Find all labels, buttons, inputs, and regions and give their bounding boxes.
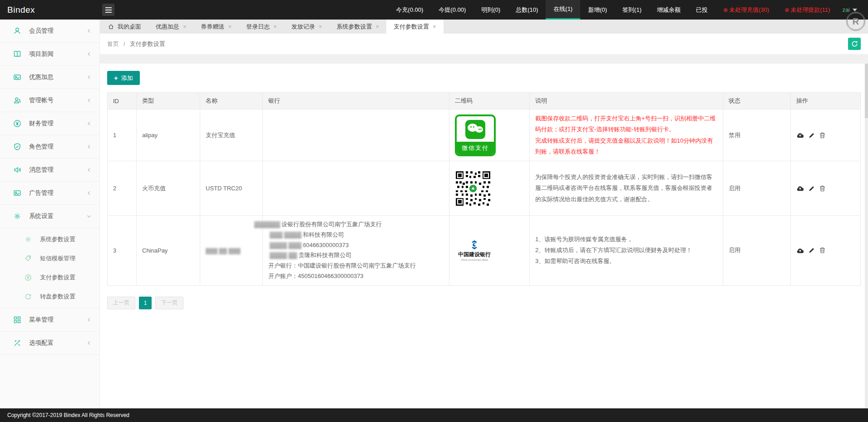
cell-name: USTD TRC20 bbox=[200, 161, 263, 216]
refresh-icon bbox=[851, 40, 858, 47]
stat-invested[interactable]: 已投 bbox=[688, 0, 715, 20]
tag-icon bbox=[24, 254, 33, 263]
cell-actions bbox=[791, 161, 861, 216]
sidebar-item-system-params[interactable]: 系统参数设置 bbox=[0, 230, 99, 249]
chevron-left-icon bbox=[87, 75, 91, 79]
yen-circle-icon bbox=[13, 119, 22, 128]
stat-pending-recharge[interactable]: ⊛ 未处理充值(30) bbox=[715, 0, 777, 20]
sidebar-item-roles[interactable]: 角色管理 bbox=[0, 135, 99, 159]
rotate-icon bbox=[24, 292, 33, 301]
chevron-left-icon bbox=[87, 98, 91, 103]
sidebar-item-messages[interactable]: 消息管理 bbox=[0, 159, 99, 182]
tab-coupon-gift[interactable]: 券券赠送 × bbox=[194, 20, 239, 34]
cell-description: 截图保存收款二维码，打开支付宝右上角+号扫一扫，识别相册中二维码付款；或打开支付… bbox=[530, 109, 723, 161]
upload-icon[interactable] bbox=[796, 185, 804, 192]
edit-icon[interactable] bbox=[809, 185, 815, 192]
cell-bank bbox=[263, 161, 449, 216]
pending-withdraw-icon: ⊛ bbox=[784, 7, 789, 13]
stat-signin[interactable]: 签到(1) bbox=[615, 0, 649, 20]
username: zai bbox=[842, 6, 850, 13]
gear-icon bbox=[24, 235, 33, 244]
next-page-button[interactable]: 下一页 bbox=[155, 297, 183, 309]
delete-icon[interactable] bbox=[819, 247, 825, 253]
col-id: ID bbox=[108, 93, 137, 109]
stat-due-tomorrow[interactable]: 明到(0) bbox=[473, 0, 508, 20]
plus-icon: + bbox=[114, 74, 118, 81]
cell-type: 火币充值 bbox=[137, 161, 200, 216]
stat-new[interactable]: 新增(0) bbox=[580, 0, 615, 20]
book-icon bbox=[13, 50, 22, 59]
pending-recharge-icon: ⊛ bbox=[723, 7, 728, 13]
sidebar-item-project-news[interactable]: 项目新闻 bbox=[0, 43, 99, 66]
sidebar-item-wheel-params[interactable]: 转盘参数设置 bbox=[0, 287, 99, 306]
sidebar-item-payment-params[interactable]: 支付参数设置 bbox=[0, 268, 99, 287]
col-description: 说明 bbox=[530, 93, 723, 109]
stat-today-recharge[interactable]: 今充(0.00) bbox=[388, 0, 431, 20]
tab-login-log[interactable]: 登录日志 × bbox=[239, 20, 284, 34]
sidebar-item-admin-accounts[interactable]: 管理帐号 bbox=[0, 89, 99, 112]
scrollbar[interactable] bbox=[865, 64, 868, 408]
sidebar-item-menu-mgmt[interactable]: 菜单管理 bbox=[0, 308, 99, 332]
speaker-icon bbox=[13, 165, 22, 174]
delete-icon[interactable] bbox=[819, 185, 825, 192]
chevron-left-icon bbox=[87, 52, 91, 56]
caret-down-icon bbox=[853, 9, 857, 11]
image-icon bbox=[13, 189, 22, 198]
sidebar-item-ads[interactable]: 广告管理 bbox=[0, 182, 99, 205]
breadcrumb-home[interactable]: 首页 bbox=[107, 40, 119, 48]
cell-id: 3 bbox=[108, 216, 137, 286]
cell-id: 2 bbox=[108, 161, 137, 216]
close-icon[interactable]: × bbox=[228, 24, 232, 30]
header-stats: 今充(0.00) 今提(0.00) 明到(0) 总数(10) 在线(1) 新增(… bbox=[388, 0, 868, 20]
ccb-logo-icon bbox=[469, 240, 479, 250]
refresh-button[interactable] bbox=[848, 38, 861, 50]
sidebar-item-members[interactable]: 会员管理 bbox=[0, 20, 99, 43]
hamburger-menu-icon[interactable] bbox=[102, 4, 114, 16]
stat-adjust-balance[interactable]: 增减余额 bbox=[649, 0, 688, 20]
prev-page-button[interactable]: 上一页 bbox=[107, 297, 135, 309]
sidebar-item-finance[interactable]: 财务管理 bbox=[0, 112, 99, 135]
sidebar-item-options-config[interactable]: 选项配置 bbox=[0, 332, 99, 355]
tab-payment-params[interactable]: 支付参数设置 × bbox=[386, 20, 444, 34]
close-icon[interactable]: × bbox=[319, 24, 322, 30]
delete-icon[interactable] bbox=[819, 132, 825, 139]
stat-pending-withdraw[interactable]: ⊛ 未处理提款(11) bbox=[777, 0, 838, 20]
cell-qrcode: 微信支付 bbox=[449, 109, 530, 161]
copyright-text: Copyright ©2017-2019 Bindex All Rights R… bbox=[7, 412, 129, 418]
close-icon[interactable]: × bbox=[375, 24, 379, 30]
user-icon bbox=[13, 26, 22, 35]
sidebar-item-system-settings[interactable]: 系统设置 bbox=[0, 205, 99, 228]
close-icon[interactable]: × bbox=[273, 24, 277, 30]
page-1-button[interactable]: 1 bbox=[139, 297, 152, 309]
wechat-pay-logo: 微信支付 bbox=[455, 114, 496, 156]
tab-bar: 我的桌面 优惠加息 × 券券赠送 × 登录日志 × 发放记录 × 系统参数设置 … bbox=[100, 20, 868, 34]
stat-total[interactable]: 总数(10) bbox=[508, 0, 546, 20]
cell-status: 启用 bbox=[723, 161, 791, 216]
edit-icon[interactable] bbox=[809, 247, 815, 253]
qr-code-image bbox=[455, 170, 491, 207]
footer: Copyright ©2017-2019 Bindex All Rights R… bbox=[0, 408, 868, 422]
tab-my-desktop[interactable]: 我的桌面 bbox=[101, 20, 148, 34]
sidebar-item-sms-templates[interactable]: 短信模板管理 bbox=[0, 249, 99, 268]
cell-status: 禁用 bbox=[723, 109, 791, 161]
tab-promo-interest[interactable]: 优惠加息 × bbox=[148, 20, 194, 34]
upload-icon[interactable] bbox=[796, 132, 804, 139]
upload-icon[interactable] bbox=[796, 247, 804, 254]
stat-today-withdraw[interactable]: 今提(0.00) bbox=[431, 0, 473, 20]
breadcrumb-current: 支付参数设置 bbox=[130, 40, 165, 48]
close-icon[interactable]: × bbox=[183, 24, 187, 30]
gear-icon bbox=[13, 212, 22, 221]
edit-icon[interactable] bbox=[809, 132, 815, 139]
sidebar-item-promo-interest[interactable]: 优惠加息 bbox=[0, 66, 99, 89]
pagination: 上一页 1 下一页 bbox=[107, 297, 861, 309]
payment-table: ID 类型 名称 银行 二维码 说明 状态 操作 1 alipay bbox=[107, 92, 861, 286]
cell-bank: ▓▓▓▓▓▓设银行股份有限公司南宁五象广场支行 ▓▓▓ ▓▓▓▓和科技有限公司 … bbox=[263, 216, 449, 286]
add-button[interactable]: + 添加 bbox=[107, 71, 140, 85]
stat-online[interactable]: 在线(1) bbox=[546, 0, 580, 20]
top-header: Bindex 今充(0.00) 今提(0.00) 明到(0) 总数(10) 在线… bbox=[0, 0, 868, 20]
close-icon[interactable]: × bbox=[433, 24, 436, 30]
yen-circle-icon bbox=[24, 273, 33, 282]
col-actions: 操作 bbox=[791, 93, 861, 109]
tab-grant-record[interactable]: 发放记录 × bbox=[284, 20, 330, 34]
tab-system-params[interactable]: 系统参数设置 × bbox=[329, 20, 386, 34]
